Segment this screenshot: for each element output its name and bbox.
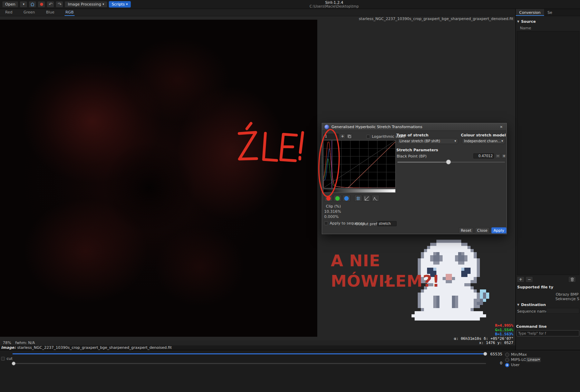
supported-filetypes-label: Supported file ty [517, 285, 579, 289]
cut-checkbox[interactable]: cut [1, 356, 12, 361]
ghs-dialog-title: Generalised Hyperbolic Stretch Transform… [331, 125, 422, 129]
remove-files-button[interactable]: − [525, 276, 533, 283]
undo-button[interactable]: ↶ [47, 1, 54, 8]
type-of-stretch-value: Linear stretch (BP shift) [399, 139, 440, 143]
tab-blue[interactable]: Blue [45, 9, 55, 16]
black-point-increment-button[interactable]: + [502, 153, 506, 159]
readout-xy: x: 1476 y: 0527 [454, 341, 513, 345]
destination-expander[interactable]: ▼ Destination [517, 303, 546, 307]
radio-icon [505, 353, 509, 357]
high-cut-value[interactable]: 65535 [489, 352, 502, 356]
black-point-decrement-button[interactable]: − [495, 153, 500, 159]
high-cut-slider-handle[interactable] [483, 352, 487, 356]
low-cut-slider[interactable] [12, 363, 486, 364]
apply-button[interactable]: Apply [491, 227, 506, 233]
low-cut-slider-handle[interactable] [12, 362, 16, 365]
source-label: Source [521, 19, 536, 24]
clear-list-button[interactable] [568, 276, 576, 283]
layers-icon [348, 135, 351, 138]
tab-red[interactable]: Red [4, 9, 13, 16]
colour-stretch-model-value: Independent channel values [464, 139, 501, 143]
ghs-dialog: Generalised Hyperbolic Stretch Transform… [322, 123, 507, 234]
close-icon[interactable]: ✕ [499, 124, 504, 130]
record-icon [40, 3, 43, 6]
open-button-label: Open [5, 2, 15, 7]
name-column-header[interactable]: Name [520, 26, 531, 30]
readout-red: R=4.995% [454, 324, 513, 328]
chevron-down-icon: ▾ [501, 140, 503, 143]
sequence-name-label: Sequence name: [517, 309, 549, 314]
sequence-name-input[interactable] [546, 308, 579, 314]
cut-label: cut [7, 356, 12, 361]
stretch-stack-button[interactable] [346, 134, 352, 139]
fwhm-readout: fwhm: N/A [15, 341, 35, 345]
chevron-down-icon: ▾ [103, 3, 104, 6]
black-point-label: Black Point (BP) [397, 154, 427, 159]
home-button[interactable] [29, 1, 36, 8]
image-label: Image: [1, 345, 16, 350]
open-dropdown-button[interactable]: ▾ [20, 1, 27, 8]
user-radio[interactable]: User [505, 363, 520, 367]
colour-stretch-model-label: Colour stretch model [461, 133, 506, 137]
expander-icon: ▼ [517, 20, 519, 23]
blue-channel-toggle[interactable] [342, 195, 350, 202]
app-title: Siril-1.2.4 [310, 1, 359, 4]
chevron-down-icon: ▾ [538, 358, 540, 361]
annotation-line2: MÓWIŁEM?! [331, 271, 440, 291]
linear-curve-button[interactable] [363, 195, 371, 202]
toolbar: Open ▾ ↶ ↷ Image Processing ▾ [0, 1, 131, 8]
close-button[interactable]: Close [475, 227, 490, 233]
image-filename: starless_NGC_2237_10390s_crop_graxpert_b… [17, 345, 172, 350]
blue-channel-icon [344, 196, 349, 201]
ghs-dialog-titlebar[interactable]: Generalised Hyperbolic Stretch Transform… [322, 123, 506, 131]
trash-icon [570, 277, 574, 281]
display-controls-bar: cut 65535 Min/Max MIPS-LO/HI Linear ▾ 0 … [0, 350, 580, 392]
plus-icon: + [519, 277, 522, 282]
output-prefix-input[interactable] [377, 221, 397, 226]
annotation-line1: A NIE [331, 251, 440, 271]
tab-conversion[interactable]: Conversion [516, 9, 544, 16]
type-of-stretch-label: Type of stretch [396, 133, 428, 137]
redo-button[interactable]: ↷ [56, 1, 63, 8]
filetype-bmp[interactable]: Obrazy BMP [556, 292, 579, 297]
minus-icon: − [528, 277, 531, 282]
clip-shadows-value: 10.316% [324, 209, 341, 214]
annotation-ellipse [316, 127, 344, 200]
image-processing-menu[interactable]: Image Processing ▾ [65, 1, 107, 8]
zoom-level: 78% [3, 341, 11, 345]
add-files-button[interactable]: + [517, 276, 524, 283]
log-curve-button[interactable] [371, 195, 379, 202]
source-expander[interactable]: ▼ Source [517, 19, 536, 24]
chevron-down-icon: ▾ [454, 140, 456, 143]
tab-rgb[interactable]: RGB [65, 9, 75, 16]
black-point-slider-fill [397, 162, 448, 163]
filetype-ser[interactable]: Sekwencje S [555, 297, 579, 301]
chevron-down-icon: ▾ [23, 3, 25, 6]
minmax-radio[interactable]: Min/Max [505, 352, 527, 357]
open-button[interactable]: Open [2, 1, 18, 8]
command-line-label: Command line [516, 324, 547, 329]
type-of-stretch-select[interactable]: Linear stretch (BP shift) ▾ [397, 138, 458, 144]
source-file-list[interactable] [517, 31, 579, 275]
display-mode-select[interactable]: Linear ▾ [526, 357, 541, 362]
record-button[interactable] [38, 1, 45, 8]
colour-stretch-model-select[interactable]: Independent channel values ▾ [462, 138, 505, 144]
black-point-slider-handle[interactable] [446, 160, 451, 164]
tab-green[interactable]: Green [22, 9, 36, 16]
scripts-menu[interactable]: Scripts ▾ [109, 1, 131, 8]
image-name-bar: Image: starless_NGC_2237_10390s_crop_gra… [0, 345, 580, 350]
titlebar: Open ▾ ↶ ↷ Image Processing ▾ [0, 0, 580, 9]
image-canvas[interactable] [0, 20, 317, 337]
high-cut-slider[interactable] [12, 353, 486, 354]
reset-button[interactable]: Reset [459, 227, 473, 233]
display-mode-value: Linear [528, 358, 538, 362]
image-processing-label: Image Processing [68, 2, 101, 7]
minmax-label: Min/Max [511, 352, 527, 357]
grid-toggle-button[interactable] [354, 195, 362, 202]
black-point-value[interactable]: 0.47012 [473, 153, 494, 159]
command-line-input[interactable] [516, 330, 579, 336]
tab-sequence[interactable]: Se [544, 9, 556, 16]
low-cut-value[interactable]: 0 [489, 361, 502, 365]
loaded-filename-label: starless_NGC_2237_10390s_crop_graxpert_b… [359, 17, 513, 21]
annotation-zle [235, 122, 309, 173]
